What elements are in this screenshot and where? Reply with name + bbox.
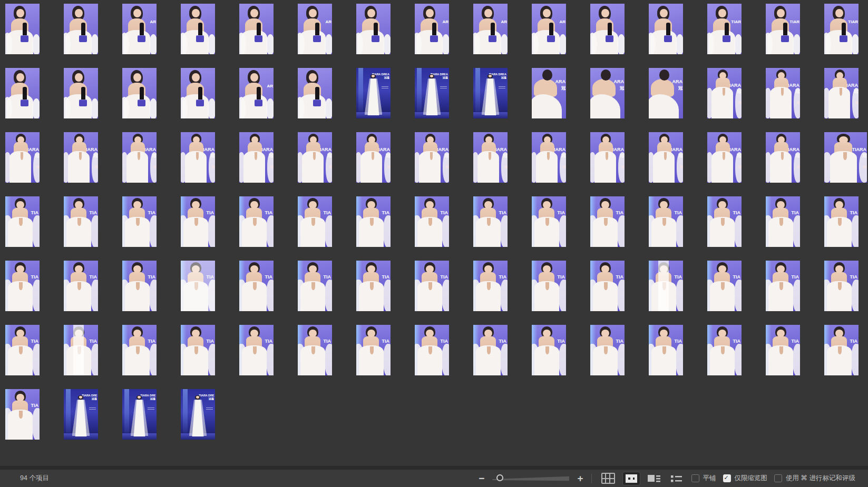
- photo-thumbnail[interactable]: ARA冠: [532, 68, 566, 118]
- photo-thumbnail[interactable]: TIA: [356, 196, 391, 247]
- photo-thumbnail[interactable]: [5, 4, 40, 54]
- photo-thumbnail[interactable]: AR: [239, 68, 274, 118]
- photo-thumbnail[interactable]: [649, 4, 683, 54]
- photo-thumbnail[interactable]: TIARA冠: [356, 132, 391, 183]
- photo-thumbnail[interactable]: [5, 68, 40, 118]
- photo-thumbnail[interactable]: [181, 4, 215, 54]
- photo-thumbnail[interactable]: TIARA冠: [590, 132, 625, 183]
- photo-thumbnail[interactable]: TIA: [532, 325, 566, 375]
- checkbox-box[interactable]: ✓: [723, 474, 731, 482]
- thumbnail-smaller-button[interactable]: −: [477, 473, 485, 483]
- photo-thumbnail[interactable]: AR: [122, 4, 157, 54]
- photo-thumbnail[interactable]: TIA: [532, 196, 566, 247]
- photo-thumbnail[interactable]: AR: [415, 4, 449, 54]
- photo-thumbnail[interactable]: TIA: [356, 325, 391, 375]
- photo-thumbnail[interactable]: TIA: [473, 196, 508, 247]
- photo-thumbnail[interactable]: ARA冠: [590, 68, 625, 118]
- photo-thumbnail[interactable]: [239, 4, 274, 54]
- photo-thumbnail[interactable]: TIA: [181, 261, 215, 311]
- photo-thumbnail[interactable]: [122, 68, 157, 118]
- photo-thumbnail[interactable]: TIARA冠: [473, 132, 508, 183]
- photo-thumbnail[interactable]: TIARA冠: [5, 132, 40, 183]
- photo-thumbnail[interactable]: TIA: [239, 261, 274, 311]
- photo-thumbnail[interactable]: TIA: [239, 325, 274, 375]
- photo-thumbnail[interactable]: TIA: [707, 261, 742, 311]
- slider-track[interactable]: [492, 476, 569, 481]
- photo-thumbnail[interactable]: TIA: [122, 325, 157, 375]
- photo-thumbnail[interactable]: TIA: [356, 261, 391, 311]
- thumbnail-size-slider[interactable]: [492, 474, 569, 483]
- photo-thumbnail[interactable]: TIA: [649, 325, 683, 375]
- photo-thumbnail[interactable]: TIARA DRE冠蕴: [64, 389, 98, 440]
- photo-thumbnail[interactable]: TIARA DREA冠蕴: [473, 68, 508, 118]
- photo-thumbnail[interactable]: TIARA冠: [824, 68, 859, 118]
- photo-thumbnail[interactable]: TIAR: [707, 4, 742, 54]
- photo-thumbnail[interactable]: TIA: [415, 261, 449, 311]
- photo-thumbnail[interactable]: AR: [298, 4, 332, 54]
- photo-thumbnail[interactable]: TIA: [298, 196, 332, 247]
- photo-thumbnail[interactable]: TIA: [239, 196, 274, 247]
- tile-checkbox[interactable]: ✓ 平铺: [691, 474, 716, 483]
- photo-thumbnail[interactable]: TIARA冠: [707, 68, 742, 118]
- photo-thumbnail[interactable]: TIA: [64, 325, 98, 375]
- photo-thumbnail[interactable]: TIARA冠: [181, 132, 215, 183]
- photo-thumbnail[interactable]: TIA: [766, 261, 800, 311]
- photo-thumbnail[interactable]: TIA: [5, 196, 40, 247]
- photo-thumbnail[interactable]: TIARA冠: [766, 132, 800, 183]
- photo-thumbnail[interactable]: TIA: [5, 325, 40, 375]
- photo-thumbnail[interactable]: TIA: [473, 261, 508, 311]
- photo-thumbnail[interactable]: TIA: [532, 261, 566, 311]
- photo-thumbnail[interactable]: TIA: [64, 261, 98, 311]
- photo-thumbnail[interactable]: AR: [473, 4, 508, 54]
- thumbnail-grid-view-button[interactable]: [623, 472, 640, 485]
- photo-thumbnail[interactable]: TIARA冠: [415, 132, 449, 183]
- photo-thumbnail[interactable]: TIA: [590, 325, 625, 375]
- photo-thumbnail[interactable]: [356, 4, 391, 54]
- photo-thumbnail[interactable]: TIAR: [766, 4, 800, 54]
- photo-thumbnail[interactable]: TIA: [766, 325, 800, 375]
- photo-thumbnail[interactable]: TIA: [181, 196, 215, 247]
- photo-thumbnail[interactable]: TIA: [824, 261, 859, 311]
- photo-thumbnail[interactable]: TIA: [590, 196, 625, 247]
- slider-knob[interactable]: [496, 474, 503, 481]
- cmd-rating-checkbox[interactable]: ✓ 使用 ⌘ 进行标记和评级: [774, 474, 855, 483]
- photo-thumbnail[interactable]: TIA: [64, 196, 98, 247]
- photo-thumbnail[interactable]: TIA: [122, 261, 157, 311]
- photo-thumbnail[interactable]: TIA: [824, 196, 859, 247]
- photo-thumbnail[interactable]: [64, 68, 98, 118]
- photo-thumbnail[interactable]: TIARA冠: [766, 68, 800, 118]
- photo-thumbnail[interactable]: TIA: [590, 261, 625, 311]
- photo-thumbnail[interactable]: TIA: [415, 196, 449, 247]
- photo-thumbnail[interactable]: TIA: [5, 389, 40, 440]
- photo-thumbnail[interactable]: TIA: [415, 325, 449, 375]
- thumbnail-only-checkbox[interactable]: ✓ 仅限缩览图: [723, 474, 768, 483]
- photo-thumbnail[interactable]: ARA冠: [649, 68, 683, 118]
- photo-thumbnail[interactable]: TIARA冠: [824, 132, 867, 183]
- photo-thumbnail[interactable]: TIA: [649, 196, 683, 247]
- photo-thumbnail[interactable]: [590, 4, 625, 54]
- photo-thumbnail[interactable]: TIARA冠: [298, 132, 332, 183]
- thumbnail-larger-button[interactable]: +: [576, 473, 584, 483]
- photo-thumbnail[interactable]: TIA: [298, 325, 332, 375]
- photo-thumbnail[interactable]: TIARA冠: [239, 132, 274, 183]
- photo-thumbnail[interactable]: TIA: [298, 261, 332, 311]
- photo-thumbnail[interactable]: AR: [532, 4, 566, 54]
- photo-thumbnail[interactable]: TIA: [707, 196, 742, 247]
- photo-thumbnail[interactable]: TIARA冠: [64, 132, 98, 183]
- photo-thumbnail[interactable]: [181, 68, 215, 118]
- details-view-button[interactable]: [645, 472, 663, 485]
- photo-thumbnail[interactable]: TIA: [649, 261, 683, 311]
- photo-thumbnail[interactable]: TIA: [5, 261, 40, 311]
- photo-thumbnail[interactable]: TIA: [824, 325, 859, 375]
- list-view-button[interactable]: [668, 473, 685, 484]
- photo-thumbnail[interactable]: TIA: [473, 325, 508, 375]
- photo-thumbnail[interactable]: [298, 68, 332, 118]
- photo-thumbnail[interactable]: TIA: [181, 325, 215, 375]
- photo-thumbnail[interactable]: [64, 4, 98, 54]
- photo-thumbnail[interactable]: TIARA DREA冠蕴: [415, 68, 449, 118]
- checkbox-box[interactable]: ✓: [691, 474, 699, 482]
- photo-thumbnail[interactable]: TIA: [122, 196, 157, 247]
- photo-thumbnail[interactable]: TIARA冠: [122, 132, 157, 183]
- photo-thumbnail[interactable]: TIARA冠: [532, 132, 566, 183]
- photo-thumbnail[interactable]: TIA: [707, 325, 742, 375]
